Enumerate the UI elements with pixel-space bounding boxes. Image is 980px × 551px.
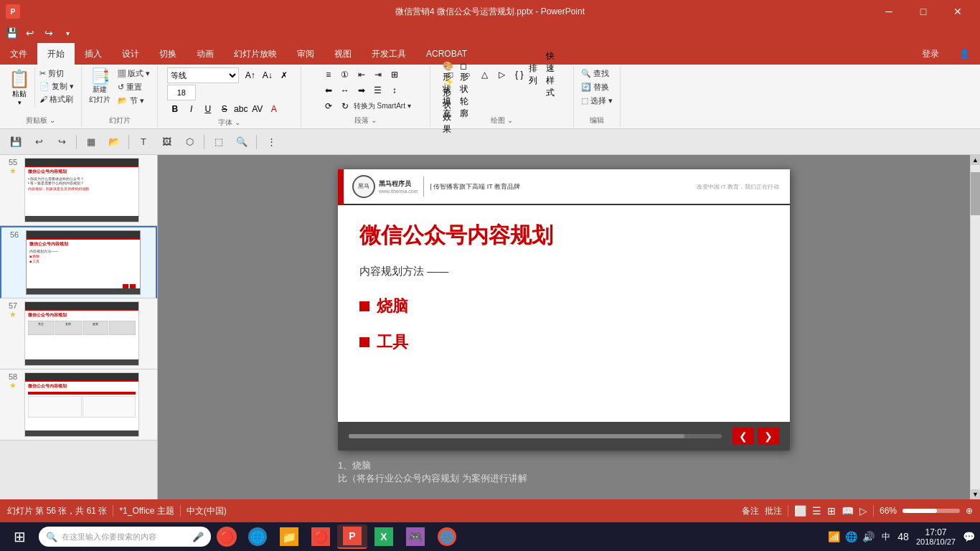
slide-item-55[interactable]: 55 ★ 微信公众号内容规划 • 假设为什么需要做这样的公众号？ • 有一篇是需…: [0, 155, 157, 226]
slide-canvas[interactable]: 黑马 黑马程序员 www.itheima.com | 传智播客旗下高端 IT 教…: [338, 169, 790, 451]
bold-button[interactable]: B: [167, 102, 183, 116]
redo-button[interactable]: ↪: [40, 24, 57, 42]
search-bar[interactable]: 🔍 在这里输入你要搜索的内容 🎤: [39, 527, 211, 547]
text-button[interactable]: T: [133, 132, 154, 152]
select-button[interactable]: ⬚ 选择 ▾: [578, 95, 616, 107]
battery-icon[interactable]: 48: [896, 529, 910, 544]
tab-review[interactable]: 审阅: [287, 43, 324, 65]
undo-button[interactable]: ↩: [22, 24, 39, 42]
slide-item-56[interactable]: 56 微信公众号内容规划 内容规划方法—— ■ 烧脑 ■ 工具: [0, 226, 157, 298]
arrange-button[interactable]: 排列: [529, 67, 545, 82]
shape-button[interactable]: { }: [512, 67, 527, 82]
quick-styles-button[interactable]: 快速样式: [546, 67, 562, 82]
format-painter-button[interactable]: 🖌 格式刷: [37, 93, 77, 105]
slide-item-57[interactable]: 57 ★ 微信公众号内容规划 关注 支持 改变: [0, 298, 157, 369]
align-right-button[interactable]: ➡: [354, 83, 369, 98]
number-list-button[interactable]: ①: [337, 67, 353, 82]
replace-button[interactable]: 🔄 替换: [578, 81, 612, 93]
decrease-font-button[interactable]: A↓: [260, 68, 275, 83]
mic-icon[interactable]: 🎤: [192, 532, 204, 542]
view-outline-button[interactable]: ☰: [812, 505, 821, 517]
shape-outline-button[interactable]: ◻ 形状轮廓: [460, 83, 476, 98]
view-sorter-button[interactable]: ⊞: [827, 505, 836, 517]
tab-animations[interactable]: 动画: [187, 43, 224, 65]
tab-insert[interactable]: 插入: [75, 43, 112, 65]
network-icon[interactable]: 🌐: [844, 529, 859, 544]
shapes-cmd-button[interactable]: ⬡: [179, 132, 199, 152]
close-button[interactable]: ✕: [941, 0, 974, 23]
customize-button[interactable]: ▾: [59, 24, 76, 42]
notifications-button[interactable]: 💬: [961, 529, 976, 544]
view-normal-button[interactable]: ⬜: [794, 505, 806, 517]
align-left-button[interactable]: ⬅: [321, 83, 336, 98]
increase-font-button[interactable]: A↑: [242, 68, 258, 83]
line-spacing-button[interactable]: ↕: [387, 83, 402, 98]
paste-button[interactable]: 📋 粘贴 ▾: [4, 67, 35, 108]
zoom-fit-button[interactable]: ⊕: [966, 506, 973, 516]
convert-smartart-button[interactable]: ↻: [337, 99, 353, 113]
tab-transitions[interactable]: 切换: [149, 43, 187, 65]
copy-button[interactable]: 📄 复制 ▾: [37, 80, 77, 93]
undo-cmd-button[interactable]: ↩: [29, 132, 49, 152]
section-button[interactable]: 📂 节 ▾: [115, 95, 153, 107]
view-reading-button[interactable]: 📖: [842, 505, 854, 517]
reset-button[interactable]: ↺ 重置: [115, 81, 153, 93]
view-presentation-button[interactable]: ▷: [859, 505, 867, 517]
bluetooth-icon[interactable]: 📶: [827, 529, 842, 544]
taskbar-app-excel[interactable]: X: [369, 524, 399, 549]
taskbar-app-games[interactable]: 🎮: [400, 524, 430, 549]
layout-button[interactable]: ▦ 版式 ▾: [115, 67, 153, 80]
bullet-list-button[interactable]: ≡: [321, 67, 336, 82]
ime-icon[interactable]: 中: [879, 529, 893, 544]
strikethrough-button[interactable]: S: [217, 102, 232, 116]
slide-item-58[interactable]: 58 ★ 微信公众号内容规划: [0, 369, 157, 441]
section-cmd-button[interactable]: 📂: [104, 132, 124, 152]
tab-slideshow[interactable]: 幻灯片放映: [224, 43, 287, 65]
save-cmd-button[interactable]: 💾: [6, 132, 26, 152]
insert-picture-button[interactable]: 🖼: [156, 132, 176, 152]
more-cmd-button[interactable]: ⋮: [261, 132, 281, 152]
cursor-button[interactable]: ⬚: [209, 132, 229, 152]
decrease-indent-button[interactable]: ⇤: [354, 67, 369, 82]
tab-login[interactable]: 登录: [912, 43, 949, 65]
taskbar-app-cortana[interactable]: 🔴: [212, 524, 241, 549]
taskbar-app-powerpoint[interactable]: P: [337, 524, 367, 549]
scroll-up-button[interactable]: ▲: [971, 155, 980, 165]
columns-button[interactable]: ⊞: [387, 67, 402, 82]
font-color-button[interactable]: A: [266, 102, 282, 116]
slide-layout-button[interactable]: ▦: [81, 132, 101, 152]
volume-icon[interactable]: 🔊: [862, 529, 876, 544]
taskbar-app-mail[interactable]: 🔴: [306, 524, 336, 549]
datetime[interactable]: 17:07 2018/10/27: [913, 527, 958, 546]
save-button[interactable]: 💾: [3, 24, 20, 42]
tab-view[interactable]: 视图: [324, 43, 362, 65]
shape-effect-button[interactable]: ✨ 形状效果: [443, 99, 458, 113]
next-slide-button[interactable]: ❯: [758, 428, 779, 445]
tab-file[interactable]: 文件: [0, 43, 37, 65]
scroll-down-button[interactable]: ▼: [971, 489, 980, 499]
maximize-button[interactable]: □: [907, 0, 940, 23]
italic-button[interactable]: I: [184, 102, 199, 116]
shape-button[interactable]: △: [477, 67, 493, 82]
scroll-thumb[interactable]: [971, 172, 980, 215]
taskbar-app-browser1[interactable]: 🌐: [242, 524, 273, 549]
taskbar-app-explorer[interactable]: 📁: [274, 524, 304, 549]
increase-indent-button[interactable]: ⇥: [370, 67, 386, 82]
zoom-button[interactable]: 🔍: [232, 132, 252, 152]
slide-panel[interactable]: 55 ★ 微信公众号内容规划 • 假设为什么需要做这样的公众号？ • 有一篇是需…: [0, 155, 158, 499]
redo-cmd-button[interactable]: ↪: [52, 132, 72, 152]
shadow-button[interactable]: abc: [233, 102, 249, 116]
zoom-slider[interactable]: [903, 509, 960, 513]
user-icon[interactable]: 👤: [949, 43, 980, 65]
justify-button[interactable]: ☰: [370, 83, 386, 98]
clear-format-button[interactable]: ✗: [276, 68, 292, 83]
font-name-select[interactable]: 等线: [167, 67, 239, 83]
comment-button[interactable]: 备注: [742, 505, 759, 517]
minimize-button[interactable]: ─: [872, 0, 905, 23]
text-direction-button[interactable]: ⟳: [321, 99, 336, 113]
font-size-input[interactable]: [167, 85, 196, 100]
prev-slide-button[interactable]: ❮: [732, 428, 754, 445]
start-button[interactable]: ⊞: [1, 523, 37, 550]
shape-button[interactable]: ▷: [494, 67, 510, 82]
spacing-button[interactable]: AV: [250, 102, 265, 116]
